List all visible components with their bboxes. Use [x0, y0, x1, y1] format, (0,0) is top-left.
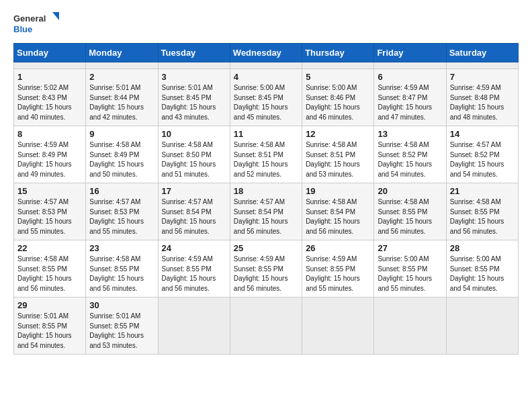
day-number: 27 — [378, 243, 442, 253]
calendar-cell — [302, 298, 374, 355]
calendar-row: 22Sunrise: 4:58 AMSunset: 8:55 PMDayligh… — [14, 240, 519, 298]
calendar-cell: 18Sunrise: 4:57 AMSunset: 8:54 PMDayligh… — [230, 183, 302, 240]
logo: General Blue — [13, 11, 60, 36]
calendar-cell: 4Sunrise: 5:00 AMSunset: 8:45 PMDaylight… — [230, 69, 302, 126]
calendar-cell: 21Sunrise: 4:58 AMSunset: 8:55 PMDayligh… — [446, 183, 518, 240]
day-number: 26 — [306, 243, 370, 253]
calendar-row: 8Sunrise: 4:59 AMSunset: 8:49 PMDaylight… — [14, 126, 519, 183]
day-info: Sunrise: 4:58 AMSunset: 8:55 PMDaylight:… — [450, 197, 515, 236]
calendar-cell: 5Sunrise: 5:00 AMSunset: 8:46 PMDaylight… — [302, 69, 374, 126]
calendar-table: SundayMondayTuesdayWednesdayThursdayFrid… — [13, 43, 519, 355]
calendar-cell: 23Sunrise: 4:58 AMSunset: 8:55 PMDayligh… — [86, 240, 158, 298]
weekday-friday: Friday — [374, 44, 446, 62]
day-info: Sunrise: 4:59 AMSunset: 8:49 PMDaylight:… — [17, 140, 82, 179]
day-number: 23 — [89, 243, 154, 253]
day-info: Sunrise: 4:58 AMSunset: 8:52 PMDaylight:… — [378, 140, 442, 179]
weekday-header-row: SundayMondayTuesdayWednesdayThursdayFrid… — [14, 44, 519, 62]
svg-text:General: General — [13, 13, 46, 24]
day-number: 28 — [450, 243, 515, 253]
day-info: Sunrise: 4:58 AMSunset: 8:54 PMDaylight:… — [306, 197, 370, 236]
day-number: 22 — [17, 243, 82, 253]
calendar-cell: 10Sunrise: 4:58 AMSunset: 8:50 PMDayligh… — [158, 126, 230, 183]
day-info: Sunrise: 5:01 AMSunset: 8:44 PMDaylight:… — [89, 83, 154, 122]
calendar-cell — [446, 298, 518, 355]
calendar-cell: 24Sunrise: 4:59 AMSunset: 8:55 PMDayligh… — [158, 240, 230, 298]
calendar-cell: 20Sunrise: 4:58 AMSunset: 8:55 PMDayligh… — [374, 183, 446, 240]
header: General Blue — [13, 11, 519, 36]
day-number: 29 — [17, 300, 82, 310]
calendar-cell: 14Sunrise: 4:57 AMSunset: 8:52 PMDayligh… — [446, 126, 518, 183]
day-number: 11 — [234, 129, 298, 139]
calendar-cell: 13Sunrise: 4:58 AMSunset: 8:52 PMDayligh… — [374, 126, 446, 183]
calendar-cell: 1Sunrise: 5:02 AMSunset: 8:43 PMDaylight… — [14, 69, 86, 126]
day-info: Sunrise: 4:59 AMSunset: 8:55 PMDaylight:… — [234, 255, 298, 293]
calendar-row: 1Sunrise: 5:02 AMSunset: 8:43 PMDaylight… — [14, 69, 519, 126]
day-info: Sunrise: 4:57 AMSunset: 8:53 PMDaylight:… — [89, 197, 154, 236]
day-info: Sunrise: 4:57 AMSunset: 8:53 PMDaylight:… — [17, 197, 82, 236]
day-number: 7 — [450, 72, 515, 82]
weekday-tuesday: Tuesday — [158, 44, 230, 62]
day-info: Sunrise: 5:00 AMSunset: 8:45 PMDaylight:… — [234, 83, 298, 122]
day-number: 2 — [89, 72, 154, 82]
day-info: Sunrise: 4:58 AMSunset: 8:49 PMDaylight:… — [89, 140, 154, 179]
day-info: Sunrise: 5:00 AMSunset: 8:55 PMDaylight:… — [378, 255, 442, 293]
day-number: 3 — [162, 72, 226, 82]
day-number: 25 — [234, 243, 298, 253]
day-info: Sunrise: 4:58 AMSunset: 8:55 PMDaylight:… — [89, 255, 154, 293]
calendar-cell: 29Sunrise: 5:01 AMSunset: 8:55 PMDayligh… — [14, 298, 86, 355]
day-info: Sunrise: 4:59 AMSunset: 8:47 PMDaylight:… — [378, 83, 442, 122]
calendar-cell: 16Sunrise: 4:57 AMSunset: 8:53 PMDayligh… — [86, 183, 158, 240]
calendar-cell — [374, 62, 446, 69]
calendar-cell — [158, 298, 230, 355]
day-number: 14 — [450, 129, 515, 139]
day-number: 13 — [378, 129, 442, 139]
calendar-cell — [302, 62, 374, 69]
calendar-cell: 15Sunrise: 4:57 AMSunset: 8:53 PMDayligh… — [14, 183, 86, 240]
calendar-cell: 11Sunrise: 4:58 AMSunset: 8:51 PMDayligh… — [230, 126, 302, 183]
day-number: 18 — [234, 186, 298, 196]
weekday-sunday: Sunday — [14, 44, 86, 62]
day-number: 9 — [89, 129, 154, 139]
calendar-cell — [14, 62, 86, 69]
day-number: 15 — [17, 186, 82, 196]
calendar-cell: 19Sunrise: 4:58 AMSunset: 8:54 PMDayligh… — [302, 183, 374, 240]
logo-icon: General Blue — [13, 11, 60, 36]
day-number: 20 — [378, 186, 442, 196]
day-number: 17 — [162, 186, 226, 196]
day-number: 5 — [306, 72, 370, 82]
calendar-cell — [86, 62, 158, 69]
day-number: 24 — [162, 243, 226, 253]
calendar-cell — [446, 62, 518, 69]
day-number: 8 — [17, 129, 82, 139]
day-info: Sunrise: 4:59 AMSunset: 8:48 PMDaylight:… — [450, 83, 515, 122]
day-info: Sunrise: 4:58 AMSunset: 8:51 PMDaylight:… — [234, 140, 298, 179]
day-info: Sunrise: 5:00 AMSunset: 8:55 PMDaylight:… — [450, 255, 515, 293]
day-info: Sunrise: 5:00 AMSunset: 8:46 PMDaylight:… — [306, 83, 370, 122]
calendar-cell: 25Sunrise: 4:59 AMSunset: 8:55 PMDayligh… — [230, 240, 302, 298]
day-number: 19 — [306, 186, 370, 196]
calendar-cell: 27Sunrise: 5:00 AMSunset: 8:55 PMDayligh… — [374, 240, 446, 298]
day-info: Sunrise: 5:01 AMSunset: 8:45 PMDaylight:… — [162, 83, 226, 122]
calendar-cell: 3Sunrise: 5:01 AMSunset: 8:45 PMDaylight… — [158, 69, 230, 126]
weekday-wednesday: Wednesday — [230, 44, 302, 62]
day-info: Sunrise: 4:58 AMSunset: 8:50 PMDaylight:… — [162, 140, 226, 179]
day-info: Sunrise: 4:59 AMSunset: 8:55 PMDaylight:… — [162, 255, 226, 293]
calendar-cell: 22Sunrise: 4:58 AMSunset: 8:55 PMDayligh… — [14, 240, 86, 298]
day-number: 21 — [450, 186, 515, 196]
day-number: 6 — [378, 72, 442, 82]
calendar-cell: 12Sunrise: 4:58 AMSunset: 8:51 PMDayligh… — [302, 126, 374, 183]
svg-marker-2 — [52, 12, 59, 20]
day-info: Sunrise: 4:57 AMSunset: 8:54 PMDaylight:… — [162, 197, 226, 236]
calendar-cell: 6Sunrise: 4:59 AMSunset: 8:47 PMDaylight… — [374, 69, 446, 126]
day-number: 12 — [306, 129, 370, 139]
calendar-cell: 8Sunrise: 4:59 AMSunset: 8:49 PMDaylight… — [14, 126, 86, 183]
day-info: Sunrise: 4:59 AMSunset: 8:55 PMDaylight:… — [306, 255, 370, 293]
weekday-saturday: Saturday — [446, 44, 518, 62]
calendar-cell — [230, 62, 302, 69]
calendar-row: 29Sunrise: 5:01 AMSunset: 8:55 PMDayligh… — [14, 298, 519, 355]
weekday-monday: Monday — [86, 44, 158, 62]
day-info: Sunrise: 5:02 AMSunset: 8:43 PMDaylight:… — [17, 83, 82, 122]
calendar-cell: 28Sunrise: 5:00 AMSunset: 8:55 PMDayligh… — [446, 240, 518, 298]
day-info: Sunrise: 4:58 AMSunset: 8:55 PMDaylight:… — [17, 255, 82, 293]
day-number: 30 — [89, 300, 154, 310]
